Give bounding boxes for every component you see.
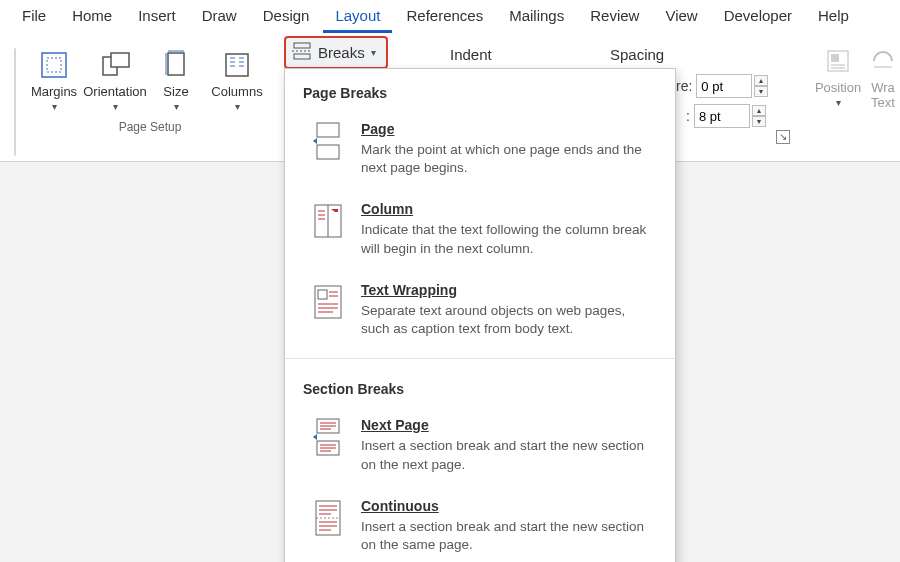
chevron-down-icon: ▾ <box>113 101 118 112</box>
paragraph-launcher-icon[interactable]: ↘ <box>776 130 790 144</box>
menu-mailings[interactable]: Mailings <box>497 1 576 33</box>
dd-section-section-breaks: Section Breaks <box>285 365 675 407</box>
spacing-before-input[interactable] <box>696 74 752 98</box>
size-icon <box>159 50 193 80</box>
spacing-before-label: re: <box>676 78 692 94</box>
dd-item-text-wrapping[interactable]: Text Wrapping Separate text around objec… <box>285 272 675 352</box>
svg-rect-0 <box>42 53 66 77</box>
spacing-header: Spacing <box>610 46 664 63</box>
breaks-button[interactable]: Breaks ▾ <box>284 36 388 69</box>
svg-rect-4 <box>168 53 184 75</box>
column-break-icon <box>311 201 345 241</box>
spacing-after-input[interactable] <box>694 104 750 128</box>
spacing-before-spinner[interactable]: ▴▾ <box>754 75 768 97</box>
dd-item-column[interactable]: Column Indicate that the text following … <box>285 191 675 271</box>
svg-rect-3 <box>111 53 129 67</box>
position-label: Position <box>815 80 861 95</box>
svg-rect-7 <box>226 54 248 76</box>
menu-developer[interactable]: Developer <box>712 1 804 33</box>
group-label-page-setup: Page Setup <box>119 120 182 134</box>
menu-references[interactable]: References <box>394 1 495 33</box>
menu-bar: File Home Insert Draw Design Layout Refe… <box>0 0 900 34</box>
page-break-icon <box>311 121 345 161</box>
indent-header: Indent <box>450 46 492 63</box>
dd-item-next-page[interactable]: Next Page Insert a section break and sta… <box>285 407 675 487</box>
menu-home[interactable]: Home <box>60 1 124 33</box>
spacing-after-label: : <box>686 108 690 124</box>
dd-title: Next Page <box>361 417 653 433</box>
ribbon: Margins ▾ Orientation ▾ Size ▾ <box>0 34 900 162</box>
position-icon <box>821 46 855 76</box>
spacing-after-field: : ▴▾ <box>686 104 766 128</box>
ribbon-bg <box>14 48 16 156</box>
wrap-text-icon <box>866 46 900 76</box>
chevron-down-icon: ▾ <box>371 47 376 58</box>
svg-rect-22 <box>317 123 339 137</box>
dd-desc: Insert a section break and start the new… <box>361 518 653 554</box>
columns-button[interactable]: Columns ▾ <box>202 46 272 116</box>
menu-file[interactable]: File <box>10 1 58 33</box>
orientation-button[interactable]: Orientation ▾ <box>80 46 150 116</box>
spacing-after-spinner[interactable]: ▴▾ <box>752 105 766 127</box>
columns-icon <box>220 50 254 80</box>
chevron-down-icon: ▾ <box>235 101 240 112</box>
wrap-text-button[interactable]: Wra Text <box>864 42 900 114</box>
dd-title: Page <box>361 121 653 137</box>
wrap-label-2: Text <box>871 95 895 110</box>
dd-desc: Insert a section break and start the new… <box>361 437 653 473</box>
breaks-label: Breaks <box>318 44 365 61</box>
menu-view[interactable]: View <box>653 1 709 33</box>
svg-rect-15 <box>294 54 310 59</box>
dd-item-continuous[interactable]: Continuous Insert a section break and st… <box>285 488 675 562</box>
svg-rect-31 <box>315 286 341 318</box>
dd-section-page-breaks: Page Breaks <box>285 69 675 111</box>
dd-item-page[interactable]: Page Mark the point at which one page en… <box>285 111 675 191</box>
text-wrapping-break-icon <box>311 282 345 322</box>
menu-draw[interactable]: Draw <box>190 1 249 33</box>
margins-label: Margins <box>31 84 77 99</box>
group-page-setup: Margins ▾ Orientation ▾ Size ▾ <box>22 42 278 136</box>
svg-rect-14 <box>294 43 310 48</box>
orientation-label: Orientation <box>83 84 147 99</box>
svg-rect-18 <box>831 54 839 62</box>
chevron-down-icon: ▾ <box>836 97 841 108</box>
position-button[interactable]: Position ▾ <box>812 42 864 114</box>
next-page-break-icon <box>311 417 345 457</box>
svg-marker-24 <box>313 138 317 144</box>
breaks-dropdown: Page Breaks Page Mark the point at which… <box>284 68 676 562</box>
dd-title: Column <box>361 201 653 217</box>
dd-title: Text Wrapping <box>361 282 653 298</box>
wrap-label-1: Wra <box>871 80 895 95</box>
menu-insert[interactable]: Insert <box>126 1 188 33</box>
svg-marker-46 <box>313 434 317 440</box>
menu-layout[interactable]: Layout <box>323 1 392 33</box>
columns-label: Columns <box>211 84 262 99</box>
dd-desc: Indicate that the text following the col… <box>361 221 653 257</box>
menu-help[interactable]: Help <box>806 1 861 33</box>
size-label: Size <box>163 84 188 99</box>
margins-button[interactable]: Margins ▾ <box>28 46 80 116</box>
dd-separator <box>285 358 675 359</box>
spacing-before-field: re: ▴▾ <box>676 74 768 98</box>
svg-rect-23 <box>317 145 339 159</box>
size-button[interactable]: Size ▾ <box>150 46 202 116</box>
continuous-break-icon <box>311 498 345 538</box>
margins-icon <box>37 50 71 80</box>
dd-desc: Mark the point at which one page ends an… <box>361 141 653 177</box>
group-arrange: Position ▾ Wra Text <box>806 38 900 116</box>
svg-rect-1 <box>47 58 61 72</box>
chevron-down-icon: ▾ <box>174 101 179 112</box>
breaks-icon <box>292 42 312 63</box>
menu-review[interactable]: Review <box>578 1 651 33</box>
chevron-down-icon: ▾ <box>52 101 57 112</box>
menu-design[interactable]: Design <box>251 1 322 33</box>
orientation-icon <box>98 50 132 80</box>
dd-desc: Separate text around objects on web page… <box>361 302 653 338</box>
dd-title: Continuous <box>361 498 653 514</box>
